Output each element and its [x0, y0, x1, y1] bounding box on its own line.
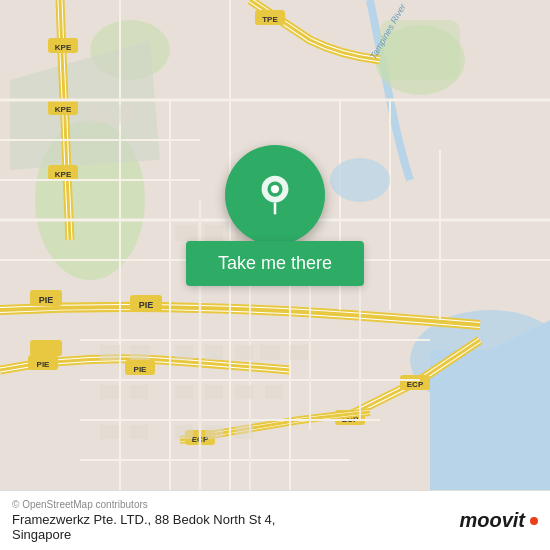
svg-text:PIE: PIE — [139, 300, 154, 310]
svg-rect-67 — [260, 345, 280, 360]
svg-text:KPE: KPE — [55, 105, 72, 114]
moovit-logo-text: moovit — [459, 509, 525, 532]
svg-rect-64 — [175, 345, 193, 360]
svg-rect-73 — [235, 385, 253, 399]
svg-rect-76 — [130, 425, 148, 439]
svg-rect-71 — [175, 385, 193, 399]
svg-text:KPE: KPE — [55, 170, 72, 179]
svg-rect-66 — [235, 345, 253, 360]
svg-rect-79 — [235, 425, 253, 439]
svg-text:TPE: TPE — [262, 15, 278, 24]
location-pin-icon — [254, 174, 296, 216]
svg-text:ECP: ECP — [407, 380, 424, 389]
map-pin-circle — [225, 145, 325, 245]
svg-rect-3 — [430, 350, 550, 490]
svg-rect-69 — [100, 385, 118, 399]
svg-text:PIE: PIE — [134, 365, 148, 374]
bottom-bar: © OpenStreetMap contributors Framezwerkz… — [0, 490, 550, 550]
location-name-line2: Singapore — [12, 527, 459, 542]
moovit-dot — [530, 517, 538, 525]
svg-text:PIE: PIE — [39, 295, 54, 305]
action-overlay: Take me there — [155, 145, 395, 286]
svg-rect-63 — [130, 345, 150, 360]
location-name: Framezwerkz Pte. LTD., 88 Bedok North St… — [12, 512, 459, 527]
svg-rect-70 — [130, 385, 148, 399]
take-me-there-button[interactable]: Take me there — [186, 241, 364, 286]
svg-rect-74 — [265, 385, 283, 399]
location-info: © OpenStreetMap contributors Framezwerkz… — [12, 499, 459, 542]
svg-rect-68 — [290, 345, 308, 360]
svg-rect-75 — [100, 425, 118, 439]
map-view: PIE PIE PIE PIE PIE ECP ECP ECP — [0, 0, 550, 490]
svg-rect-77 — [175, 425, 193, 439]
svg-rect-78 — [205, 425, 223, 439]
svg-text:PIE: PIE — [39, 345, 54, 355]
moovit-logo: moovit — [459, 509, 538, 532]
svg-rect-65 — [205, 345, 223, 360]
copyright-text: © OpenStreetMap contributors — [12, 499, 459, 510]
svg-text:PIE: PIE — [37, 360, 51, 369]
svg-text:KPE: KPE — [55, 43, 72, 52]
svg-rect-54 — [85, 105, 110, 123]
svg-rect-72 — [205, 385, 223, 399]
svg-rect-55 — [115, 105, 135, 123]
svg-rect-62 — [100, 345, 120, 360]
svg-point-83 — [271, 185, 279, 193]
